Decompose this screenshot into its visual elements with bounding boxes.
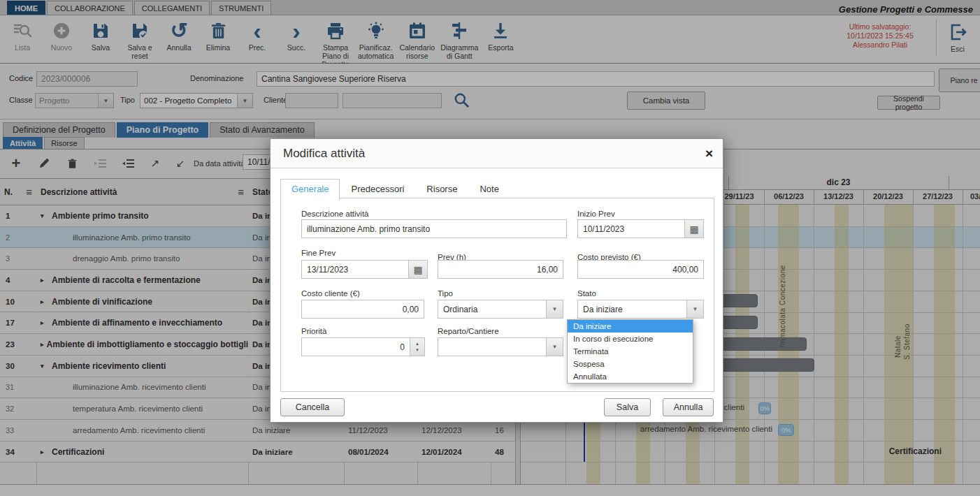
stato-option-4[interactable]: Annullata [568, 370, 693, 383]
ribbon-button-diagramma-gantt[interactable]: Diagramma di Gantt [438, 17, 481, 70]
row-descrizione-label: Ambiente ricevimento clienti [52, 361, 166, 371]
tipo-attivita-select[interactable]: Ordinaria ▼ [438, 300, 563, 319]
table-row-33[interactable]: 33arredamento Amb. ricevimento clientiDa… [0, 420, 515, 442]
ribbon-button-prec[interactable]: ‹Prec. [238, 17, 277, 70]
ribbon-button-annulla[interactable]: ↺Annulla [159, 17, 199, 70]
collapse-caret-icon[interactable]: ▾ [41, 212, 49, 219]
prev-h-field[interactable] [438, 260, 563, 279]
cancella-button[interactable]: Cancella [280, 398, 345, 416]
spinner-arrows-icon[interactable]: ▲▼ [410, 337, 425, 356]
edit-pencil-icon[interactable] [35, 155, 53, 172]
calendar-icon[interactable]: ▦ [685, 219, 704, 238]
top-tab-home[interactable]: HOME [7, 1, 45, 15]
priorita-field[interactable] [301, 337, 410, 356]
ribbon-button-pianificaz-automatica[interactable]: Pianificaz. automatica [355, 17, 396, 70]
stato-option-1[interactable]: In corso di esecuzione [568, 333, 693, 345]
ribbon-button-esporta[interactable]: Esporta [481, 17, 520, 70]
denominazione-field[interactable] [257, 71, 935, 87]
stato-attivita-label: Stato [577, 289, 596, 298]
gantt-task-bar[interactable]: 0% [758, 402, 771, 414]
gantt-week-label: 13/12/23 [814, 192, 863, 200]
floppy-check-icon [130, 18, 150, 43]
dialog-tab-risorse[interactable]: Risorse [415, 179, 468, 199]
main-tab-2[interactable]: Stato di Avanzamento [210, 122, 314, 138]
row-inizio: 08/01/2024 [344, 442, 417, 462]
ribbon-tab-strip: HOMECOLLABORAZIONECOLLEGAMENTISTRUMENTI … [0, 0, 980, 15]
dialog-tab-note[interactable]: Note [468, 179, 510, 199]
ribbon-button-calendario-risorse[interactable]: Calendario risorse [396, 17, 438, 70]
top-tab-collaborazione[interactable]: COLLABORAZIONE [47, 1, 133, 15]
denominazione-label: Denominazione [190, 74, 243, 82]
ribbon-button-label: Pianificaz. automatica [358, 43, 394, 60]
column-menu-icon[interactable]: ≡ [26, 186, 32, 198]
ribbon-button-elimina[interactable]: Elimina [199, 17, 238, 70]
sub-tab-0[interactable]: Attività [3, 137, 43, 149]
expand-caret-icon[interactable]: ▸ [41, 319, 49, 326]
stato-option-2[interactable]: Terminata [568, 345, 693, 358]
ribbon-button-stampa-piano[interactable]: Stampa Piano di Progetto [316, 17, 355, 70]
ribbon-button-label: Esci [951, 45, 965, 53]
close-icon[interactable]: × [705, 147, 713, 160]
collapse-all-icon[interactable]: ↙ [171, 155, 189, 172]
reparto-cantiere-select[interactable]: ▼ [438, 337, 563, 356]
ribbon-button-succ[interactable]: ›Succ. [277, 17, 316, 70]
expand-caret-icon[interactable]: ▸ [41, 277, 49, 284]
gantt-week-label: 03/ [970, 192, 980, 200]
row-fine: 12/01/2024 [417, 442, 491, 462]
search-icon[interactable] [453, 92, 470, 111]
list-search-icon [12, 18, 33, 43]
annulla-button[interactable]: Annulla [663, 398, 714, 416]
fine-prev-field[interactable] [301, 260, 409, 279]
salva-button[interactable]: Salva [604, 398, 651, 416]
top-tab-strumenti[interactable]: STRUMENTI [211, 1, 271, 15]
main-tab-0[interactable]: Definizione del Progetto [3, 122, 115, 138]
header-descrizione-label: Descrizione attività [41, 187, 117, 197]
horizontal-scrollbar[interactable] [0, 484, 980, 496]
outdent-icon[interactable] [119, 155, 137, 172]
row-descrizione: ▸Ambiente di vinificazione [36, 291, 248, 312]
row-descrizione: illuminazione Amb. primo transito [36, 227, 248, 248]
row-number: 17 [0, 313, 36, 334]
expand-all-icon[interactable]: ↗ [146, 155, 164, 172]
gantt-task-bar[interactable]: 0% [778, 424, 794, 436]
dialog-tab-predecessori[interactable]: Predecessori [340, 179, 415, 199]
cambia-vista-button[interactable]: Cambia vista [627, 92, 705, 110]
row-descrizione: ▾Ambiente primo transito [36, 205, 248, 226]
stato-attivita-select[interactable]: Da iniziare ▼ [577, 300, 704, 319]
stato-option-0[interactable]: Da iniziare [568, 320, 693, 333]
add-activity-icon[interactable]: + [7, 155, 25, 172]
sub-tab-1[interactable]: Risorse [44, 137, 84, 149]
descrizione-field[interactable] [301, 219, 567, 238]
row-descrizione-label: Ambiente primo transito [52, 211, 149, 221]
inizio-prev-field[interactable] [577, 219, 685, 238]
costo-previsto-field[interactable] [577, 260, 704, 279]
top-tab-collegamenti[interactable]: COLLEGAMENTI [134, 1, 210, 15]
collapse-caret-icon[interactable]: ▾ [41, 363, 49, 370]
ribbon-button-salva-e-reset[interactable]: Salva e reset [120, 17, 159, 70]
gantt-grid-line [814, 205, 814, 484]
tipo-select[interactable]: 002 - Progetto Completo ▼ [140, 93, 253, 108]
chevron-down-icon: ▼ [546, 338, 563, 356]
ribbon-button-salva[interactable]: Salva [81, 17, 120, 70]
dialog-tab-generale[interactable]: Generale [280, 179, 340, 200]
main-tab-1[interactable]: Piano di Progetto [117, 122, 208, 138]
table-row-34[interactable]: 34▸CertificazioniDa iniziare08/01/202412… [0, 442, 515, 463]
delete-trash-icon[interactable] [63, 155, 81, 172]
chevron-down-icon: ▼ [237, 94, 252, 108]
stato-option-3[interactable]: Sospesa [568, 358, 693, 370]
expand-caret-icon[interactable]: ▸ [41, 448, 49, 455]
gantt-week-label: 20/12/23 [863, 192, 913, 200]
tipo-attivita-label: Tipo [438, 289, 453, 298]
column-menu-icon[interactable]: ≡ [238, 186, 244, 198]
da-data-attivita-label: Da data attività [194, 159, 245, 168]
piano-button[interactable]: Piano re [939, 68, 980, 92]
row-stato: Da iniziare [248, 420, 344, 441]
expand-caret-icon[interactable]: ▸ [41, 341, 44, 348]
calendar-icon[interactable]: ▦ [409, 260, 428, 279]
ribbon-button-esci[interactable]: Esci [938, 18, 977, 54]
chevron-down-icon: ▼ [546, 300, 563, 318]
sospendi-progetto-button[interactable]: Sospendi progetto [877, 96, 940, 110]
last-save-datetime: 10/11/2023 15:25:45 [828, 31, 932, 41]
expand-caret-icon[interactable]: ▸ [41, 298, 49, 305]
costo-cliente-field[interactable] [301, 300, 424, 319]
